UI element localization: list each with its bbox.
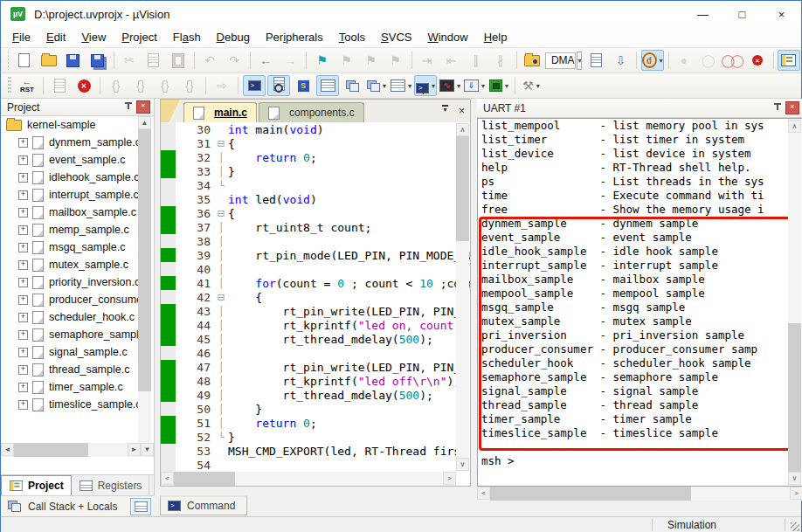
watch-window-button[interactable]: ▾ [365, 75, 388, 96]
dropdown-arrow-icon[interactable]: ▾ [383, 82, 386, 90]
reset-button[interactable]: ←RST [16, 75, 38, 96]
scroll-left-icon[interactable]: < [477, 487, 490, 500]
step-out-button[interactable]: {} [154, 75, 176, 96]
tree-item-scheduler-hook-c[interactable]: +scheduler_hook.c [1, 308, 154, 326]
uart-vscrollbar[interactable]: ∧ ∨ [788, 120, 801, 485]
tree-root-kernel-sample[interactable]: kernel-sample [1, 116, 154, 134]
scroll-down-icon[interactable]: ∨ [456, 458, 469, 471]
save-button[interactable] [62, 50, 85, 71]
scrollbar-thumb[interactable] [14, 443, 88, 457]
scroll-left-icon[interactable]: ◄ [1, 443, 14, 456]
tab-close-icon[interactable]: × [459, 105, 465, 117]
step-over-button[interactable]: {} [129, 75, 152, 96]
scroll-up-icon[interactable]: ▲ [138, 116, 151, 129]
insert-breakpoint-button[interactable]: ● [673, 50, 695, 71]
panel-close-icon[interactable]: × [785, 101, 799, 114]
close-button[interactable]: × [762, 1, 801, 27]
tab-components-c[interactable]: components.c [259, 102, 364, 122]
panel-close-icon[interactable]: × [136, 100, 150, 114]
dropdown-arrow-icon[interactable]: ▾ [536, 82, 540, 90]
menu-file[interactable]: File [4, 27, 38, 48]
memory-map-button[interactable] [130, 498, 151, 515]
tree-item-event-sample-c[interactable]: +event_sample.c [1, 151, 154, 169]
comment-button[interactable]: ∥ [465, 50, 487, 71]
tree-item-semaphore-sample-[interactable]: +semaphore_sample. [1, 326, 154, 343]
memory-window-button[interactable]: ▾ [390, 75, 412, 96]
maximize-button[interactable]: □ [722, 1, 762, 27]
expand-icon[interactable]: + [18, 365, 28, 375]
tree-item-mailbox-sample-c[interactable]: +mailbox_sample.c [1, 204, 154, 221]
tab-registers[interactable]: Registers [72, 475, 150, 495]
stop-button[interactable]: × [73, 75, 95, 96]
navigate-back-button[interactable]: ← [254, 50, 277, 71]
dropdown-arrow-icon[interactable]: ▾ [432, 82, 435, 90]
expand-icon[interactable]: + [18, 400, 28, 410]
editor-vscrollbar[interactable]: ∧ ∨ [456, 123, 469, 471]
expand-icon[interactable]: + [18, 278, 28, 287]
pin-icon[interactable] [773, 103, 782, 114]
open-file-button[interactable] [38, 50, 60, 71]
tree-item-priority-inversion-c[interactable]: +priority_inversion.c [1, 273, 154, 291]
scroll-left-icon[interactable]: < [161, 472, 174, 485]
scrollbar-thumb[interactable] [788, 323, 801, 472]
command-window-button[interactable]: > [243, 75, 266, 96]
dropdown-arrow-icon[interactable]: ▾ [481, 82, 485, 90]
tree-item-thread-sample-c[interactable]: +thread_sample.c [1, 361, 154, 378]
run-button[interactable] [48, 75, 71, 96]
incremental-find-button[interactable]: ⇩ [609, 50, 632, 71]
scroll-right-icon[interactable]: > [443, 472, 456, 485]
enable-breakpoint-button[interactable]: ◯ [697, 50, 720, 71]
fold-collapse-icon[interactable]: ⊟ [214, 292, 228, 303]
toggle-bookmark-button[interactable]: ⚑ [311, 50, 334, 71]
dropdown-arrow-icon[interactable]: ▾ [408, 82, 411, 90]
undo-button[interactable]: ↶ [198, 50, 221, 71]
scrollbar-thumb[interactable] [138, 129, 151, 391]
dropdown-arrow-icon[interactable]: ▾ [457, 82, 460, 90]
expand-icon[interactable]: + [18, 173, 28, 183]
project-tree-hscrollbar[interactable]: ◄ ► ▼ [1, 443, 154, 457]
serial-window-button[interactable]: >▾ [414, 75, 437, 96]
scroll-down-icon[interactable]: ∨ [788, 472, 801, 485]
scrollbar-thumb[interactable] [174, 472, 235, 486]
tree-item-timer-sample-c[interactable]: +timer_sample.c [1, 378, 154, 396]
toolbar-drag-handle[interactable] [8, 77, 11, 94]
search-combo[interactable]: DMA [545, 52, 576, 69]
find-in-files-button[interactable] [521, 50, 543, 71]
expand-icon[interactable]: + [18, 190, 28, 200]
pin-icon[interactable] [124, 102, 133, 113]
expand-icon[interactable]: + [18, 243, 28, 252]
save-all-button[interactable] [86, 50, 109, 71]
scroll-right-icon[interactable]: ► [128, 443, 141, 456]
disassembly-window-button[interactable] [267, 75, 290, 96]
goto-button[interactable]: ⇨ [211, 75, 233, 96]
find-in-document-button[interactable] [584, 50, 607, 71]
menu-project[interactable]: Project [114, 27, 164, 48]
scroll-right-icon[interactable]: > [790, 487, 802, 500]
tree-item-msgq-sample-c[interactable]: +msgq_sample.c [1, 238, 154, 256]
call-stack-window-button[interactable] [341, 75, 363, 96]
analysis-window-button[interactable]: ∿▾ [439, 75, 461, 96]
tab-list-icon[interactable]: ▼ [442, 105, 448, 117]
find-button[interactable]: d▾ [641, 50, 664, 71]
tree-item-mutex-sample-c[interactable]: +mutex_sample.c [1, 256, 154, 273]
menu-edit[interactable]: Edit [38, 27, 73, 48]
call-stack-bar[interactable]: Call Stack + Locals [1, 495, 155, 516]
paste-button[interactable] [167, 50, 190, 71]
new-file-button[interactable] [13, 50, 36, 71]
tab-main-c[interactable]: main.c [183, 102, 257, 122]
run-to-cursor-button[interactable]: {} [178, 75, 201, 96]
scrollbar-thumb[interactable] [490, 487, 691, 501]
code-area[interactable]: 30int main(void)31⊟{32│ return 0;33│}34└… [161, 122, 470, 472]
resize-grip[interactable] [791, 522, 799, 531]
tab-project[interactable]: Project [1, 475, 72, 495]
navigate-forward-button[interactable]: → [279, 50, 301, 71]
expand-icon[interactable]: + [18, 138, 28, 148]
menu-peripherals[interactable]: Peripherals [258, 27, 331, 48]
menu-tools[interactable]: Tools [331, 27, 373, 48]
tree-item-timeslice-sample-c[interactable]: +timeslice_sample.c [1, 396, 154, 413]
menu-help[interactable]: Help [476, 27, 515, 48]
expand-icon[interactable]: + [18, 225, 28, 235]
toolbar-drag-handle[interactable] [8, 52, 9, 69]
disable-all-breakpoints-button[interactable]: ◯◯ [722, 50, 744, 71]
outdent-button[interactable]: ⇤ [440, 50, 463, 71]
